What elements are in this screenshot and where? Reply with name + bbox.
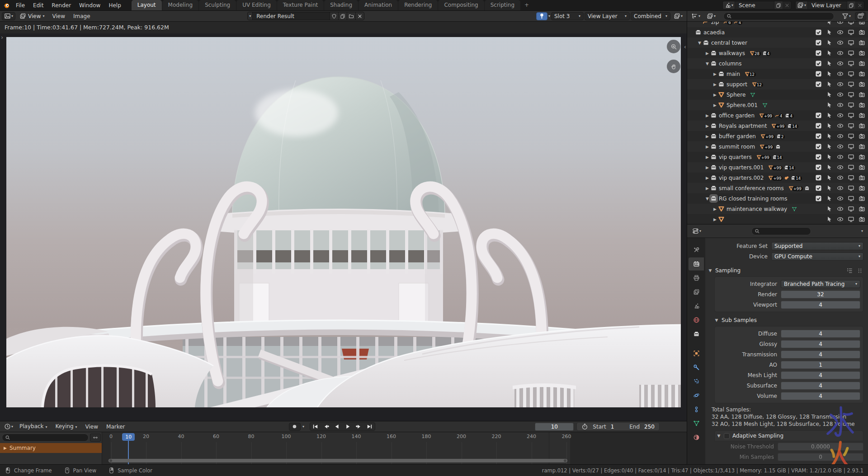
integrator-dropdown[interactable]: Branched Path Tracing▾ xyxy=(781,280,860,288)
render-disable-toggle-icon[interactable] xyxy=(859,29,865,36)
hide-toggle-icon[interactable] xyxy=(837,133,844,140)
feature-set-dropdown[interactable]: Supported▾ xyxy=(771,242,863,250)
editor-type-dropdown[interactable]: ▾ xyxy=(2,12,15,20)
region-expand-icon[interactable]: › xyxy=(1,34,3,41)
viewport-disable-toggle-icon[interactable] xyxy=(848,174,854,181)
viewport-disable-toggle-icon[interactable] xyxy=(848,205,854,212)
image-pin-toggle[interactable] xyxy=(536,12,547,20)
workspace-tab-compositing[interactable]: Compositing xyxy=(438,0,484,10)
viewport-disable-toggle-icon[interactable] xyxy=(848,50,854,56)
outliner-item-label[interactable]: Sphere.001 xyxy=(726,102,758,108)
render-disable-toggle-icon[interactable] xyxy=(859,81,865,88)
sub-samples-panel-header[interactable]: ▼Sub Samples xyxy=(714,315,863,326)
hide-toggle-icon[interactable] xyxy=(837,216,844,223)
end-value[interactable]: 250 xyxy=(644,424,655,430)
hide-toggle-icon[interactable] xyxy=(837,50,844,56)
render-disable-toggle-icon[interactable] xyxy=(859,50,865,56)
start-value[interactable]: 1 xyxy=(611,424,614,430)
scene-name[interactable]: Scene xyxy=(735,2,774,9)
render-disable-toggle-icon[interactable] xyxy=(859,91,865,98)
viewport-disable-toggle-icon[interactable] xyxy=(848,195,854,202)
outliner-row[interactable]: ▶maintenance walkway xyxy=(687,204,868,214)
render-disable-toggle-icon[interactable] xyxy=(859,122,865,129)
expander-icon[interactable]: ▶ xyxy=(712,82,718,87)
fake-user-toggle[interactable] xyxy=(330,12,338,20)
timeline-scrollbar[interactable] xyxy=(108,459,567,462)
selectable-toggle-icon[interactable] xyxy=(826,143,833,150)
render-disable-toggle-icon[interactable] xyxy=(859,143,865,150)
outliner-row[interactable]: ▼central tower xyxy=(687,37,868,48)
exclude-checkbox-icon[interactable] xyxy=(815,164,822,171)
viewport-disable-toggle-icon[interactable] xyxy=(848,154,854,160)
selectable-toggle-icon[interactable] xyxy=(826,60,833,67)
panel-options-icon[interactable] xyxy=(857,267,863,274)
mesh-light-samples-field[interactable]: 4 xyxy=(781,371,860,379)
blender-logo-icon[interactable] xyxy=(0,0,12,10)
outliner-item-label[interactable]: Royals apartment xyxy=(719,123,767,129)
properties-tab-data[interactable] xyxy=(689,417,704,430)
hide-toggle-icon[interactable] xyxy=(837,122,844,129)
expander-icon[interactable]: ▶ xyxy=(704,124,710,128)
outliner-row[interactable]: ▶small conference rooms+99 xyxy=(687,183,868,193)
image-browse-dropdown[interactable]: ▾ xyxy=(248,12,253,20)
outliner-row[interactable]: ▶ xyxy=(687,214,868,224)
hide-toggle-icon[interactable] xyxy=(837,164,844,171)
hide-toggle-icon[interactable] xyxy=(837,91,844,98)
properties-tab-particles[interactable] xyxy=(689,375,704,388)
ao-samples-field[interactable]: 1 xyxy=(781,361,860,369)
view-layer-name[interactable]: View Layer xyxy=(808,2,847,9)
outliner-row[interactable]: ▶Sphere.001 xyxy=(687,100,868,110)
selectable-toggle-icon[interactable] xyxy=(826,122,833,129)
hide-toggle-icon[interactable] xyxy=(837,29,844,36)
jump-to-end-button[interactable] xyxy=(364,423,375,430)
render-disable-toggle-icon[interactable] xyxy=(859,205,865,212)
properties-tab-material[interactable] xyxy=(689,431,704,444)
exclude-checkbox-icon[interactable] xyxy=(815,143,822,150)
exclude-checkbox-icon[interactable] xyxy=(815,122,822,129)
view-layer-browse-dropdown[interactable]: ▾ xyxy=(796,1,808,9)
play-reverse-button[interactable] xyxy=(332,423,342,430)
viewport-disable-toggle-icon[interactable] xyxy=(848,143,854,150)
subsurface-samples-field[interactable]: 4 xyxy=(781,382,860,390)
expander-icon[interactable]: ▶ xyxy=(712,72,718,76)
selectable-toggle-icon[interactable] xyxy=(826,102,833,108)
expander-icon[interactable]: ▼ xyxy=(704,196,710,201)
render-disable-toggle-icon[interactable] xyxy=(859,39,865,46)
outliner-item-label[interactable]: vip quarters.002 xyxy=(719,175,764,181)
properties-editor-type-dropdown[interactable]: ▾ xyxy=(690,227,703,235)
previous-keyframe-button[interactable] xyxy=(321,423,331,430)
outliner-view-layer-dropdown[interactable]: ▾ xyxy=(704,12,718,20)
selectable-toggle-icon[interactable] xyxy=(826,39,833,46)
scrollbar-handle-right[interactable] xyxy=(564,459,566,462)
hide-toggle-icon[interactable] xyxy=(837,154,844,160)
image-datablock[interactable]: ▾ Render Result xyxy=(247,12,364,20)
hide-toggle-icon[interactable] xyxy=(837,39,844,46)
outliner-row[interactable]: ▶vip quarters.002+9914 xyxy=(687,173,868,183)
auto-keying-toggle[interactable] xyxy=(289,423,301,431)
timeline-menu-playback[interactable]: Playback ▾ xyxy=(15,421,51,433)
viewport-disable-toggle-icon[interactable] xyxy=(848,164,854,171)
render-disable-toggle-icon[interactable] xyxy=(859,174,865,181)
selectable-toggle-icon[interactable] xyxy=(826,112,833,119)
expander-icon[interactable]: ▶ xyxy=(712,217,718,222)
viewport-disable-toggle-icon[interactable] xyxy=(848,185,854,191)
outliner-row[interactable]: ▶vip quarters.001+9914 xyxy=(687,162,868,173)
timeline-body[interactable]: 02040608010012014016018020022024026010 ▶… xyxy=(0,432,687,464)
new-collection-button[interactable] xyxy=(855,12,866,20)
exclude-checkbox-icon[interactable] xyxy=(815,185,822,191)
timeline-menu-view[interactable]: View xyxy=(81,421,102,432)
outliner-row[interactable]: ▶walkways284 xyxy=(687,48,868,58)
viewport-samples-field[interactable]: 4 xyxy=(781,301,860,309)
selectable-toggle-icon[interactable] xyxy=(826,81,833,88)
workspace-tab-texture-paint[interactable]: Texture Paint xyxy=(277,0,324,10)
viewport-disable-toggle-icon[interactable] xyxy=(848,102,854,108)
workspace-tab-layout[interactable]: Layout xyxy=(132,0,162,10)
outliner-item-label[interactable]: zip xyxy=(711,22,719,25)
new-image-button[interactable] xyxy=(338,12,347,20)
outliner-item-label[interactable]: buffer garden xyxy=(719,133,756,140)
render-layer-dropdown[interactable]: View Layer▾ xyxy=(585,12,630,20)
viewport-disable-toggle-icon[interactable] xyxy=(848,216,854,223)
selectable-toggle-icon[interactable] xyxy=(826,22,833,25)
viewport-disable-toggle-icon[interactable] xyxy=(848,60,854,67)
render-disable-toggle-icon[interactable] xyxy=(859,195,865,202)
